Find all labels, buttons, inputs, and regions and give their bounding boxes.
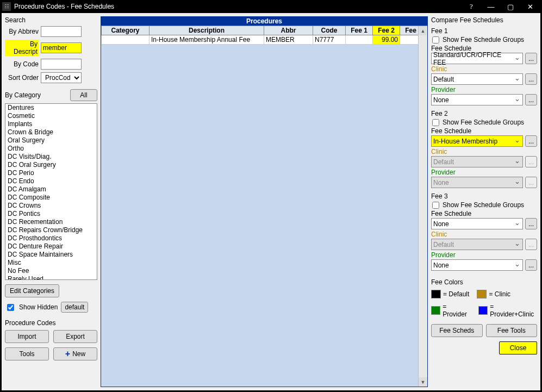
category-item[interactable]: DC Repairs Crown/Bridge — [5, 226, 97, 234]
category-item[interactable]: DC Visits/Diag. — [5, 153, 97, 161]
scroll-down-icon[interactable]: ▼ — [419, 377, 427, 387]
show-groups-checkbox[interactable] — [432, 202, 439, 209]
fee3-clinic-picker-button: ... — [525, 239, 537, 250]
category-item[interactable]: DC Amalgam — [5, 185, 97, 194]
category-item[interactable]: Crown & Bridge — [5, 128, 97, 136]
scroll-up-icon[interactable]: ▲ — [419, 26, 427, 35]
color-default-label: = Default — [443, 290, 469, 298]
by-code-label: By Code — [5, 60, 39, 68]
category-item[interactable]: Misc — [5, 259, 97, 267]
fee3-clinic-select: Default — [431, 239, 523, 250]
fee1-provider-select[interactable]: None — [431, 94, 523, 105]
fee3-schedule-picker-button[interactable]: ... — [525, 218, 537, 229]
category-item[interactable]: DC Space Maintainers — [5, 251, 97, 259]
category-item[interactable]: DC Crowns — [5, 202, 97, 210]
color-provclinic-label: = Provider+Clinic — [490, 303, 537, 318]
sort-order-label: Sort Order — [5, 74, 39, 82]
fee2-clinic-picker-button: ... — [525, 156, 537, 167]
fee_schedule-label: Fee Schedule — [431, 127, 537, 135]
all-button[interactable]: All — [70, 89, 97, 101]
right-panel: Compare Fee Schedules Fee 1Show Fee Sche… — [431, 16, 537, 387]
grid-col-header[interactable]: Abbr — [264, 26, 313, 35]
grid-header-row: CategoryDescriptionAbbrCodeFee 1Fee 2Fee… — [102, 26, 427, 35]
maximize-button[interactable]: ▢ — [501, 0, 520, 13]
show-hidden-checkbox[interactable] — [7, 304, 14, 311]
category-item[interactable]: Ortho — [5, 145, 97, 153]
grid-col-header[interactable]: Description — [149, 26, 264, 35]
table-row[interactable]: In-House Membership Annual FeeMEMBERN777… — [102, 35, 427, 45]
category-item[interactable]: DC Denture Repair — [5, 242, 97, 251]
show-groups-checkbox[interactable] — [432, 36, 439, 43]
edit-categories-button[interactable]: Edit Categories — [5, 284, 59, 297]
center-panel: Procedures CategoryDescriptionAbbrCodeFe… — [101, 16, 428, 387]
sort-order-select[interactable]: ProcCode — [41, 72, 82, 83]
minimize-button[interactable]: — — [481, 0, 501, 13]
fee3-provider-picker-button[interactable]: ... — [525, 259, 537, 271]
grid-col-header[interactable]: Fee 1 — [346, 26, 373, 35]
window-title: Procedure Codes - Fee Schedules — [14, 3, 462, 10]
category-item[interactable]: DC Pontics — [5, 210, 97, 218]
swatch-default — [431, 290, 441, 298]
by-abbrev-input[interactable] — [41, 26, 82, 37]
tools-button[interactable]: Tools — [5, 347, 49, 360]
provider-label: Provider — [431, 251, 537, 259]
show-groups-checkbox[interactable] — [432, 119, 439, 126]
fee-block-3: Fee 3Show Fee Schedule GroupsFee Schedul… — [431, 192, 537, 271]
category-item[interactable]: No Fee — [5, 267, 97, 275]
import-button[interactable]: Import — [5, 330, 49, 343]
fee1-schedule-picker-button[interactable]: ... — [525, 53, 537, 64]
titlebar: ☷ Procedure Codes - Fee Schedules ? — ▢ … — [0, 0, 542, 13]
fee-scheds-button[interactable]: Fee Scheds — [431, 324, 483, 337]
fee1-clinic-select[interactable]: Default — [431, 73, 523, 85]
export-button[interactable]: Export — [53, 330, 97, 343]
grid-cell[interactable]: 99.00 — [373, 35, 400, 45]
grid-col-header[interactable]: Fee 2 — [373, 26, 400, 35]
help-button[interactable]: ? — [462, 0, 481, 13]
show-groups-label: Show Fee Schedule Groups — [443, 119, 524, 126]
fee-title: Fee 2 — [431, 110, 537, 117]
fee1-clinic-picker-button[interactable]: ... — [525, 73, 537, 85]
grid-cell[interactable] — [102, 35, 149, 45]
fee1-provider-picker-button[interactable]: ... — [525, 94, 537, 105]
grid-cell[interactable]: N7777 — [313, 35, 346, 45]
category-listbox[interactable]: DenturesCosmeticImplantsCrown & BridgeOr… — [5, 103, 97, 280]
grid-cell[interactable] — [346, 35, 373, 45]
fee_schedule-label: Fee Schedule — [431, 210, 537, 217]
show-groups-label: Show Fee Schedule Groups — [443, 36, 524, 43]
category-item[interactable]: DC Oral Surgery — [5, 161, 97, 169]
category-item[interactable]: DC Composite — [5, 194, 97, 202]
new-button[interactable]: +New — [53, 347, 97, 360]
grid-scrollbar[interactable]: ▲ ▼ — [418, 26, 427, 387]
grid-cell[interactable]: MEMBER — [264, 35, 313, 45]
default-button[interactable]: default — [61, 302, 88, 313]
category-item[interactable]: Cosmetic — [5, 112, 97, 120]
category-item[interactable]: Dentures — [5, 104, 97, 112]
fee1-schedule-select[interactable]: Standard/UCR/OFFICE FEE — [431, 53, 523, 64]
by-descript-input[interactable] — [41, 42, 82, 53]
fee2-schedule-picker-button[interactable]: ... — [525, 135, 537, 147]
category-item[interactable]: DC Perio — [5, 169, 97, 177]
fee2-schedule-select[interactable]: In-House Membership — [431, 135, 523, 147]
grid-cell[interactable]: In-House Membership Annual Fee — [149, 35, 264, 45]
color-provider-label: = Provider — [443, 303, 471, 318]
grid-col-header[interactable]: Category — [102, 26, 149, 35]
category-item[interactable]: Implants — [5, 120, 97, 128]
color-clinic-label: = Clinic — [489, 290, 510, 298]
category-item[interactable]: Oral Surgery — [5, 136, 97, 145]
fee3-provider-select[interactable]: None — [431, 259, 523, 271]
grid-col-header[interactable]: Code — [313, 26, 346, 35]
fee-title: Fee 3 — [431, 192, 537, 200]
category-item[interactable]: Rarely Used — [5, 275, 97, 280]
category-item[interactable]: DC Prosthodontics — [5, 234, 97, 242]
fee-title: Fee 1 — [431, 27, 537, 35]
close-window-button[interactable]: ✕ — [520, 0, 540, 13]
fee3-schedule-select[interactable]: None — [431, 218, 523, 229]
close-button[interactable]: Close — [499, 341, 537, 354]
fee2-provider-select: None — [431, 177, 523, 188]
fee-tools-button[interactable]: Fee Tools — [486, 324, 538, 337]
procedures-grid[interactable]: Procedures CategoryDescriptionAbbrCodeFe… — [101, 16, 428, 387]
category-item[interactable]: DC Recementation — [5, 218, 97, 226]
by-code-input[interactable] — [41, 59, 82, 70]
app-icon: ☷ — [2, 2, 11, 11]
category-item[interactable]: DC Endo — [5, 177, 97, 185]
